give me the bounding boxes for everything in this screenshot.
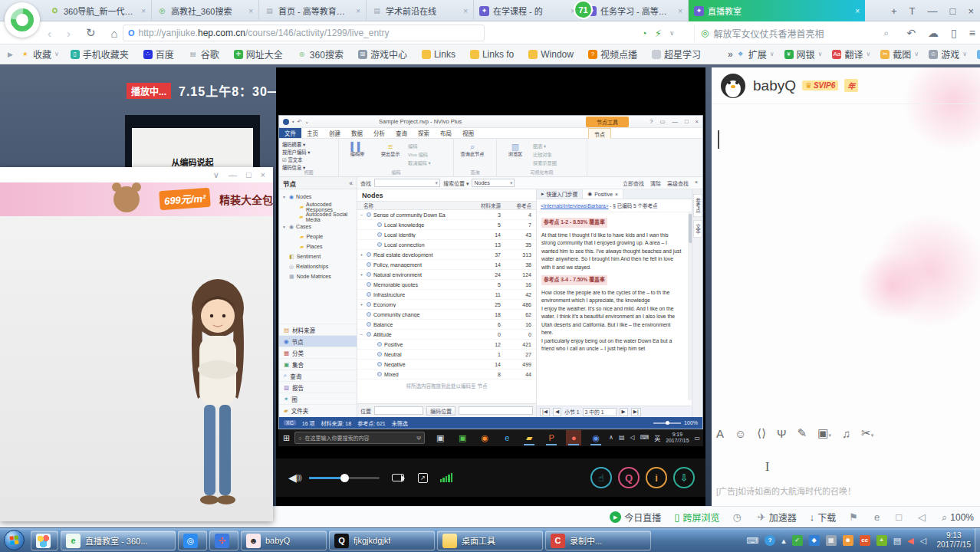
info-button[interactable]: i <box>646 467 667 488</box>
ad-banner[interactable]: 699元/m² 精装大全包 <box>0 182 273 216</box>
bookmark-game-center[interactable]: ⊞ 游戏中心 <box>358 48 410 61</box>
bookmark-360-search[interactable]: ◎ 360搜索 <box>298 48 347 61</box>
nvivo-node-row[interactable]: Local connection 13 35 <box>357 240 536 250</box>
phone-sync-icon[interactable]: ▯ <box>951 27 957 39</box>
tab-close-icon[interactable]: × <box>248 7 253 15</box>
tray-green-plus-icon[interactable]: + <box>876 535 887 546</box>
nvivo-node-row[interactable]: +Real estate development 37 313 <box>357 250 536 260</box>
bookmark-links[interactable]: Links <box>422 49 459 60</box>
window-minimize-button[interactable]: — <box>928 5 938 17</box>
tab-close-icon[interactable]: × <box>463 7 468 15</box>
ad-pin-icon[interactable]: ∨ <box>213 170 219 180</box>
tab-academic-frontier[interactable]: ▤ 学术前沿在线 × <box>367 0 474 21</box>
ad-close-icon[interactable]: × <box>261 170 265 179</box>
tray-red-icon[interactable]: ◀ <box>907 537 913 545</box>
avatar[interactable] <box>719 72 747 100</box>
ribbon-big-button[interactable]: ≡突出显示 <box>375 140 406 157</box>
pager-position[interactable]: 3 中的 1 <box>583 408 617 416</box>
video-player[interactable]: ▪↶⌄ Sample Project.nvp - NVivo Plus 节点工具… <box>276 67 705 506</box>
nvivo-nav-classifications[interactable]: ▦ 分类 <box>279 347 357 358</box>
explorer-icon[interactable]: ▰ <box>521 430 537 445</box>
nvivo-nav-collections[interactable]: ▣ 集合 <box>279 358 357 370</box>
volume-icon[interactable]: ◀))) <box>288 472 301 484</box>
nvivo-tree-item[interactable]: ▼ ◉ Nodes <box>279 192 357 202</box>
win10-tray-icon[interactable]: 英 <box>654 434 660 442</box>
nvivo-node-row[interactable]: −Sense of community Down Ea 3 4 <box>357 210 536 220</box>
bookmark-chaoxing[interactable]: 超星学习 <box>652 48 704 61</box>
firefox-icon[interactable]: ◉ <box>477 430 492 445</box>
taskbar-qq[interactable]: Q fjkgjkdgjkf <box>329 531 435 550</box>
nvivo-node-row[interactable]: Local knowledge 5 7 <box>357 220 536 230</box>
status-download[interactable]: ↓ 下载 <box>810 511 837 524</box>
nvivo-app-icon[interactable]: ◉ <box>588 430 603 445</box>
pager-next[interactable]: ▶ <box>620 408 628 416</box>
nvivo-window-control[interactable]: ▭ <box>659 118 665 125</box>
nvivo-node-row[interactable]: −Attitude 0 0 <box>357 330 536 340</box>
taskbar-clock[interactable]: 9:13 2017/7/15 <box>937 528 972 552</box>
tool-translate[interactable]: Aa 翻译 ∨ <box>832 48 870 61</box>
nvivo-tree-item[interactable]: ◧ Sentiment <box>279 251 357 261</box>
find-input[interactable]: ▾ <box>374 179 440 187</box>
ribbon-button[interactable]: Vivo 编码 <box>408 151 431 158</box>
window-maximize-button[interactable]: □ <box>950 5 956 17</box>
nvivo-node-row[interactable]: Memorable quotes 5 16 <box>357 280 536 290</box>
nvivo-tree-item[interactable]: ▰ Autocoded Social Media <box>279 212 357 222</box>
tool-netbank[interactable]: ¥ 网银 ∨ <box>784 48 823 61</box>
tab-close-icon[interactable]: × <box>855 7 860 15</box>
menu-icon[interactable]: ≡ <box>969 27 975 39</box>
nvivo-ribbon-tab[interactable]: 主页 <box>301 128 324 138</box>
photos-icon[interactable]: ▣ <box>455 430 470 445</box>
bookmarks-collapse-icon[interactable]: ▶ <box>8 51 13 58</box>
tab-hep-home[interactable]: ▤ 首页 - 高等教育出版 × <box>259 0 367 21</box>
nvivo-ribbon-tab[interactable]: 探索 <box>413 128 435 138</box>
clear-button[interactable]: 清除 <box>650 179 661 187</box>
find-now-button[interactable]: 立即查找 <box>623 179 644 187</box>
nvivo-window-control[interactable]: ? <box>649 118 653 125</box>
tray-network-icon[interactable]: ▤ <box>893 537 901 545</box>
nvivo-ribbon-tab-node[interactable]: 节点 <box>588 128 611 139</box>
nvivo-node-row[interactable]: Infrastructure 11 42 <box>357 290 536 300</box>
bookmark-phone-favorites[interactable]: ▯ 手机收藏夹 <box>71 48 132 61</box>
pager-prev[interactable]: ◀ <box>553 408 561 416</box>
status-zoom[interactable]: ⌕ 100% <box>942 511 974 524</box>
nvivo-node-row[interactable]: Negative 14 499 <box>357 360 536 370</box>
shake-window-icon[interactable]: ⟨⟩ <box>757 426 766 440</box>
code-at-button[interactable]: 编码位置 <box>426 406 455 416</box>
ribbon-button[interactable]: 图表 ▾ <box>533 143 557 150</box>
new-tab-button[interactable]: + <box>891 5 897 17</box>
nvivo-tree-item[interactable]: ▰ People <box>279 232 357 242</box>
camera-icon[interactable] <box>392 474 404 481</box>
bookmark-favorites[interactable]: ★ 收藏 ∨ <box>21 48 59 61</box>
source-link[interactable]: <Internals\Interviews\Barbara> <box>541 203 609 209</box>
ribbon-button[interactable]: 探索示意图 <box>533 159 557 166</box>
nvivo-node-row[interactable]: Local identity 14 43 <box>357 230 536 240</box>
recorder-icon[interactable]: ● <box>566 430 581 445</box>
code-name-input[interactable] <box>459 406 533 415</box>
bookmark-google[interactable]: ▤ 谷歌 <box>189 48 222 61</box>
speed-test-icon[interactable]: ◔ <box>641 28 647 39</box>
search-input[interactable]: 解放军女仪仗兵香港首亮相 <box>713 27 879 40</box>
win10-tray-icon[interactable]: ⌨ <box>640 434 649 442</box>
ribbon-button[interactable]: 按用户编码 ▾ <box>282 148 335 156</box>
nvivo-node-row[interactable]: Policy, management 14 38 <box>357 260 536 270</box>
nvivo-window-control[interactable]: — <box>673 118 679 125</box>
status-flag[interactable]: ⚑ <box>849 511 861 523</box>
raise-hand-button[interactable]: ☝ <box>590 467 612 488</box>
win10-notification-icon[interactable]: ▭ <box>694 435 700 442</box>
qa-button[interactable]: Q <box>618 467 640 488</box>
status-today-live[interactable]: ▶ 今日直播 <box>610 511 661 524</box>
taskbar-recording[interactable]: C 录制中... <box>545 531 651 550</box>
search-box[interactable]: ◎ 解放军女仪仗兵香港首亮相 ⌕ <box>694 25 895 41</box>
detail-tab-quickstart[interactable]: ▸ 快速入门步骤 <box>537 189 582 199</box>
pager-last[interactable]: ▶| <box>631 408 641 416</box>
bookmark-window[interactable]: Window <box>528 49 577 60</box>
win10-tray-icon[interactable]: ∧ <box>609 434 613 442</box>
skin-icon[interactable]: T <box>909 5 916 17</box>
nvivo-nav-nodes[interactable]: ◉ 节点 <box>279 335 357 347</box>
status-speed-dial[interactable]: ◷ <box>732 511 744 523</box>
tool-extensions[interactable]: ❖ 扩展 ∨ <box>736 48 774 61</box>
bookmark-360-sites[interactable]: ✛ 网址大全 <box>234 48 286 61</box>
tool-login-manager[interactable]: ⌕ 登录管家 <box>977 48 980 61</box>
tab-close-icon[interactable]: × <box>678 7 682 15</box>
url-field[interactable]: O http://yanjiuke.hep.com.cn/course/146/… <box>123 25 485 41</box>
